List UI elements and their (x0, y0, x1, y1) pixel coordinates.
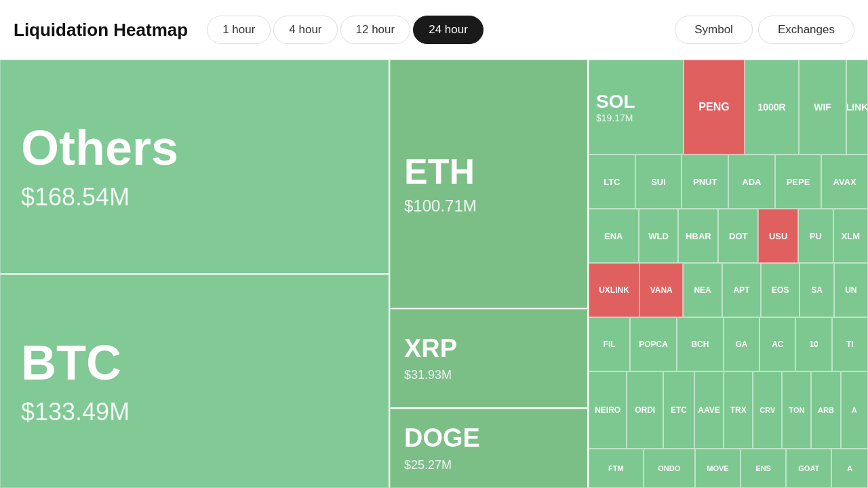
arb-cell[interactable]: ARB (811, 371, 840, 449)
move-name: MOVE (707, 464, 728, 472)
ordi-cell[interactable]: ORDI (627, 371, 663, 449)
right-row-7: FTM ONDO MOVE ENS GOAT A (589, 449, 868, 488)
heatmap: Others $168.54M BTC $133.49M ETH $100.71… (0, 60, 868, 488)
a2-cell[interactable]: A (831, 449, 868, 488)
vana-cell[interactable]: VANA (639, 263, 683, 317)
popca-name: POPCA (639, 340, 668, 349)
time-filter-24h[interactable]: 24 hour (413, 16, 484, 44)
symbol-filter-button[interactable]: Symbol (675, 16, 753, 44)
a1-cell[interactable]: A (841, 371, 868, 449)
nea-name: NEA (694, 285, 711, 295)
hbar-cell[interactable]: HBAR (678, 209, 718, 263)
nea-cell[interactable]: NEA (683, 263, 722, 317)
ens-cell[interactable]: ENS (741, 449, 786, 488)
left-column: Others $168.54M BTC $133.49M (0, 60, 390, 488)
xlm-cell[interactable]: XLM (833, 209, 868, 263)
vana-name: VANA (650, 285, 673, 295)
doge-cell[interactable]: DOGE $25.27M (390, 409, 589, 488)
btc-name: BTC (21, 336, 368, 390)
usu-cell[interactable]: USU (758, 209, 798, 263)
eos-cell[interactable]: EOS (761, 263, 800, 317)
time-filter-1h[interactable]: 1 hour (207, 16, 271, 44)
uxlink-name: UXLINK (599, 285, 629, 295)
right-column: SOL $19.17M PENG 1000R WIF LINK LTC SUI (589, 60, 868, 488)
pepe-name: PEPE (787, 177, 810, 187)
popca-cell[interactable]: POPCA (630, 317, 677, 371)
uxlink-cell[interactable]: UXLINK (589, 263, 639, 317)
right-row-1: SOL $19.17M PENG 1000R WIF LINK (589, 60, 868, 155)
pu-name: PU (810, 231, 822, 241)
sa-cell[interactable]: SA (800, 263, 833, 317)
wld-cell[interactable]: WLD (639, 209, 679, 263)
peng-cell[interactable]: PENG (684, 60, 745, 155)
etc-name: ETC (671, 405, 687, 415)
ltc-cell[interactable]: LTC (589, 155, 635, 209)
move-cell[interactable]: MOVE (695, 449, 741, 488)
wif-name: WIF (814, 102, 831, 113)
others-name: Others (21, 121, 368, 175)
doge-name: DOGE (404, 424, 574, 453)
right-row-2: LTC SUI PNUT ADA PEPE AVAX (589, 155, 868, 209)
fil-name: FIL (604, 340, 616, 349)
mid-column: ETH $100.71M XRP $31.93M DOGE $25.27M (390, 60, 589, 488)
aave-cell[interactable]: AAVE (694, 371, 724, 449)
ens-name: ENS (755, 464, 771, 472)
ada-cell[interactable]: ADA (728, 155, 775, 209)
bch-cell[interactable]: BCH (677, 317, 724, 371)
time-filter-group: 1 hour 4 hour 12 hour 24 hour (207, 16, 484, 44)
sa-name: SA (811, 285, 823, 295)
eth-cell[interactable]: ETH $100.71M (390, 60, 589, 309)
sui-cell[interactable]: SUI (635, 155, 682, 209)
peng-name: PENG (698, 101, 729, 113)
ton-cell[interactable]: TON (782, 371, 811, 449)
arb-name: ARB (818, 406, 834, 414)
1000r-cell[interactable]: 1000R (745, 60, 799, 155)
un-cell[interactable]: UN (834, 263, 868, 317)
neiro-cell[interactable]: NEIRO (589, 371, 627, 449)
ena-cell[interactable]: ENA (589, 209, 639, 263)
ena-name: ENA (604, 231, 623, 241)
aave-name: AAVE (698, 405, 719, 415)
pnut-cell[interactable]: PNUT (682, 155, 728, 209)
btc-value: $133.49M (21, 398, 368, 426)
exchanges-filter-button[interactable]: Exchanges (758, 16, 854, 44)
trx-cell[interactable]: TRX (724, 371, 753, 449)
others-cell[interactable]: Others $168.54M (0, 60, 390, 274)
usu-name: USU (769, 231, 787, 241)
right-row-4: UXLINK VANA NEA APT EOS SA UN (589, 263, 868, 317)
avax-cell[interactable]: AVAX (821, 155, 868, 209)
apt-cell[interactable]: APT (722, 263, 761, 317)
right-filter-group: Symbol Exchanges (675, 16, 854, 44)
10-cell[interactable]: 10 (795, 317, 831, 371)
time-filter-12h[interactable]: 12 hour (340, 16, 411, 44)
xrp-cell[interactable]: XRP $31.93M (390, 309, 589, 409)
1000r-name: 1000R (757, 102, 785, 113)
ondo-cell[interactable]: ONDO (644, 449, 695, 488)
goat-cell[interactable]: GOAT (786, 449, 831, 488)
others-value: $168.54M (21, 183, 368, 211)
fil-cell[interactable]: FIL (589, 317, 630, 371)
pu-cell[interactable]: PU (798, 209, 833, 263)
time-filter-4h[interactable]: 4 hour (273, 16, 337, 44)
pepe-cell[interactable]: PEPE (775, 155, 822, 209)
link-cell[interactable]: LINK (846, 60, 868, 155)
crv-cell2[interactable]: CRV (753, 371, 782, 449)
hbar-name: HBAR (686, 231, 711, 241)
app-title: Liquidation Heatmap (14, 20, 188, 41)
avax-name: AVAX (833, 177, 856, 187)
ti-cell[interactable]: TI (832, 317, 868, 371)
goat-name: GOAT (798, 464, 819, 472)
right-row-6: NEIRO ORDI ETC AAVE TRX CRV TON (589, 371, 868, 449)
bch-etc-column: ETC (663, 371, 694, 449)
crv-name: CRV (760, 406, 775, 414)
btc-cell[interactable]: BTC $133.49M (0, 274, 390, 489)
ordi-name: ORDI (635, 405, 655, 415)
dot-cell[interactable]: DOT (718, 209, 758, 263)
ada-name: ADA (742, 177, 761, 187)
wif-cell[interactable]: WIF (799, 60, 846, 155)
sol-cell[interactable]: SOL $19.17M (589, 60, 684, 155)
ac-cell[interactable]: AC (760, 317, 795, 371)
ga-cell[interactable]: GA (724, 317, 760, 371)
ftm-cell[interactable]: FTM (589, 449, 644, 488)
etc-cell[interactable]: ETC (663, 371, 694, 449)
